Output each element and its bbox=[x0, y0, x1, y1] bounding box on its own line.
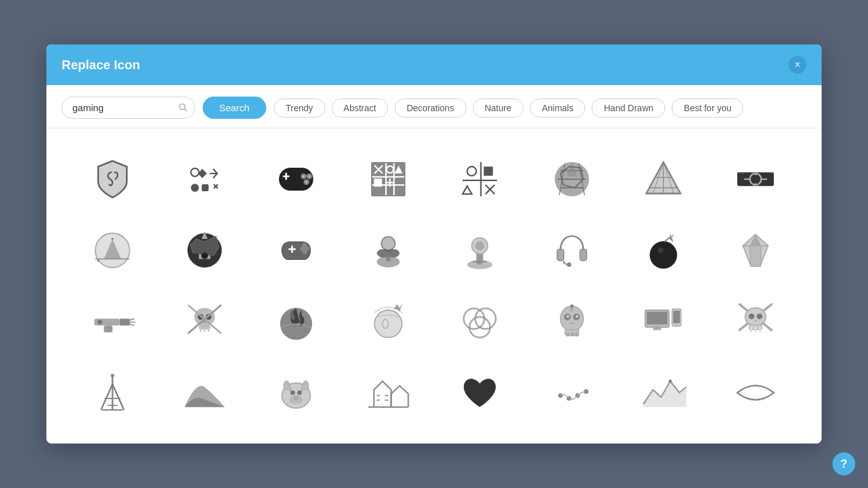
svg-point-71 bbox=[567, 315, 569, 318]
icon-signal-dots[interactable] bbox=[526, 357, 618, 428]
icon-gamepad[interactable] bbox=[250, 215, 342, 286]
category-pill-trendy[interactable]: Trendy bbox=[274, 98, 325, 118]
icons-area[interactable] bbox=[46, 128, 822, 444]
icon-robot-skull[interactable] bbox=[526, 286, 618, 357]
category-pill-abstract[interactable]: Abstract bbox=[332, 98, 388, 118]
svg-point-54 bbox=[194, 308, 215, 326]
search-button[interactable]: Search bbox=[203, 97, 266, 119]
category-pill-decorations[interactable]: Decorations bbox=[395, 98, 466, 118]
svg-point-75 bbox=[570, 304, 573, 308]
svg-point-18 bbox=[467, 166, 476, 175]
svg-rect-19 bbox=[484, 166, 493, 175]
svg-point-0 bbox=[180, 104, 186, 109]
icon-rocket-planet[interactable] bbox=[342, 286, 435, 357]
icon-tic-tac-toe[interactable] bbox=[342, 144, 435, 215]
svg-point-95 bbox=[290, 390, 295, 395]
icon-monitor-tablet[interactable] bbox=[618, 286, 710, 357]
svg-rect-68 bbox=[575, 333, 578, 336]
svg-rect-73 bbox=[569, 323, 574, 325]
svg-rect-52 bbox=[104, 325, 113, 332]
search-icon bbox=[178, 102, 187, 114]
svg-point-49 bbox=[650, 241, 677, 269]
svg-line-1 bbox=[184, 109, 186, 111]
svg-rect-5 bbox=[279, 168, 313, 191]
svg-rect-34 bbox=[201, 253, 208, 259]
modal-title: Replace Icon bbox=[62, 58, 140, 72]
category-pill-best-for-you[interactable]: Best for you bbox=[672, 98, 743, 118]
svg-rect-66 bbox=[566, 333, 569, 336]
svg-rect-47 bbox=[580, 249, 587, 261]
icon-dog-face[interactable] bbox=[250, 357, 342, 428]
icon-crosshair[interactable] bbox=[710, 144, 802, 215]
icon-bomb[interactable] bbox=[618, 215, 710, 286]
icon-pyramid[interactable] bbox=[618, 144, 710, 215]
svg-point-85 bbox=[757, 313, 763, 319]
svg-point-81 bbox=[676, 324, 678, 326]
svg-rect-46 bbox=[557, 249, 564, 261]
modal-header: Replace Icon × bbox=[46, 44, 822, 85]
svg-point-45 bbox=[475, 241, 484, 250]
svg-point-84 bbox=[749, 313, 754, 319]
icon-trinity-rings[interactable] bbox=[434, 286, 526, 357]
icon-joystick-mustache[interactable] bbox=[342, 215, 435, 286]
search-bar: Search TrendyAbstractDecorationsNatureAn… bbox=[46, 85, 822, 128]
search-input[interactable] bbox=[62, 97, 195, 119]
svg-rect-78 bbox=[653, 327, 661, 330]
svg-rect-15 bbox=[374, 179, 382, 187]
svg-point-48 bbox=[567, 262, 571, 267]
svg-point-72 bbox=[576, 315, 578, 318]
icon-skull-crossbones[interactable] bbox=[159, 286, 251, 357]
svg-rect-80 bbox=[674, 311, 681, 323]
svg-point-3 bbox=[191, 184, 199, 192]
icon-game-ball[interactable] bbox=[526, 144, 618, 215]
icon-antenna-tower[interactable] bbox=[67, 357, 159, 428]
icon-ray-gun[interactable] bbox=[67, 286, 159, 357]
icon-grid-symbols[interactable] bbox=[434, 144, 526, 215]
close-button[interactable]: × bbox=[789, 56, 806, 74]
icon-skull-fancy[interactable] bbox=[710, 286, 802, 357]
svg-point-32 bbox=[97, 259, 100, 262]
svg-point-82 bbox=[745, 308, 766, 326]
svg-rect-4 bbox=[201, 184, 208, 191]
icons-grid bbox=[67, 144, 801, 428]
help-button[interactable]: ? bbox=[832, 452, 855, 475]
icon-dark-castle[interactable] bbox=[159, 215, 251, 286]
icon-mountain-wave[interactable] bbox=[618, 357, 710, 428]
svg-point-96 bbox=[297, 390, 302, 395]
icon-eye-shape[interactable] bbox=[710, 357, 802, 428]
icon-hill-silhouette[interactable] bbox=[159, 357, 251, 428]
category-pill-hand-drawn[interactable]: Hand Drawn bbox=[592, 98, 665, 118]
svg-point-92 bbox=[111, 374, 114, 377]
svg-point-38 bbox=[302, 250, 307, 254]
icon-gaming-headset[interactable] bbox=[526, 215, 618, 286]
svg-rect-74 bbox=[571, 308, 573, 312]
icon-diamond-shape[interactable] bbox=[710, 215, 802, 286]
svg-point-50 bbox=[658, 248, 663, 254]
icon-mountain-silhouette[interactable] bbox=[67, 215, 159, 286]
icon-planet-fire[interactable] bbox=[250, 286, 342, 357]
svg-point-41 bbox=[381, 236, 395, 250]
svg-point-31 bbox=[111, 238, 114, 240]
svg-rect-77 bbox=[647, 312, 667, 325]
svg-point-53 bbox=[98, 320, 102, 324]
svg-point-97 bbox=[294, 396, 299, 400]
icon-arcade-joystick[interactable] bbox=[434, 215, 526, 286]
category-pill-nature[interactable]: Nature bbox=[473, 98, 524, 118]
svg-rect-67 bbox=[571, 333, 574, 336]
svg-line-88 bbox=[112, 384, 124, 410]
search-input-wrap bbox=[62, 97, 195, 119]
icon-heart[interactable] bbox=[434, 357, 526, 428]
category-pill-animals[interactable]: Animals bbox=[530, 98, 586, 118]
svg-line-87 bbox=[101, 384, 112, 410]
svg-point-37 bbox=[302, 243, 307, 247]
svg-point-106 bbox=[668, 379, 672, 383]
svg-point-2 bbox=[191, 168, 199, 177]
icon-shield-snake[interactable] bbox=[67, 144, 159, 215]
category-pills: TrendyAbstractDecorationsNatureAnimalsHa… bbox=[274, 98, 743, 118]
replace-icon-modal: Replace Icon × Search TrendyAbstractDeco… bbox=[46, 44, 822, 444]
icon-game-symbols[interactable] bbox=[159, 144, 251, 215]
icon-building-outline[interactable] bbox=[342, 357, 435, 428]
icon-controller-buttons[interactable] bbox=[250, 144, 342, 215]
